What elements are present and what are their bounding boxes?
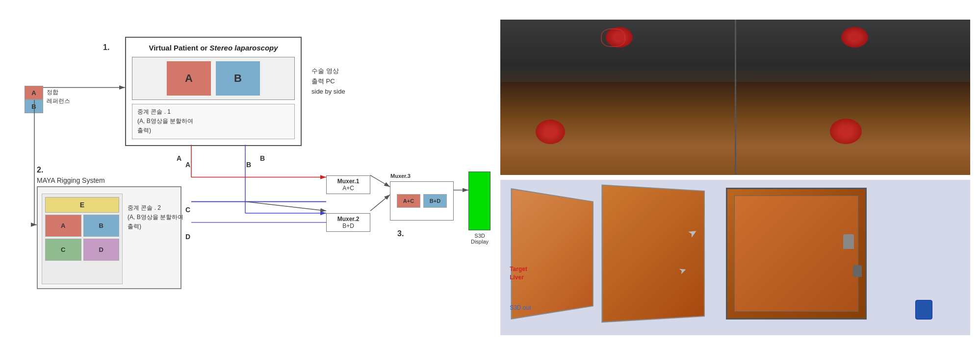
muxer3-box: Muxer.3 A+C B+D [390,181,454,221]
red-blob-floor-right [830,119,862,144]
svg-line-12 [370,195,390,211]
label-b: B [246,161,251,169]
label-d: D [185,233,190,241]
ab-ref-box-b: B [25,99,43,113]
robot-icon-2 [853,265,862,277]
maya-console-desc: (A, B영상을 분할하여출력) [128,214,183,230]
section1-label: 1. [103,43,109,52]
vp-console-box: 중계 콘솔 . 1 (A, B영상을 분할하여출력) [132,104,295,139]
muxer1-box: Muxer.1 A+C [326,175,370,194]
vp-title-or: or [200,44,209,52]
label-a: A [185,161,190,169]
vp-title-plain: Virtual Patient [149,44,198,52]
ab-reference-box: A B 정합레퍼런스 [25,86,43,113]
maya-box-c: C [45,239,81,261]
s3d-display-label: S3DDisplay [469,233,490,245]
maya-system-title: MAYA Rigging System [37,176,105,184]
svg-line-11 [370,175,390,187]
muxer1-title: Muxer.1 [331,178,366,185]
muxer3-row: A+C B+D [397,194,447,208]
top-right-panel [735,20,971,175]
side-by-side-line1: 수술 영상 [311,67,339,74]
muxer3-title: Muxer.3 [390,173,411,179]
top-left-panel [500,20,735,175]
vp-box-a: A [167,61,211,96]
maya-box-d: D [83,239,120,261]
ab-ref-box-a: A [25,86,43,99]
blue-robot-icon [915,300,932,320]
s3d-out-label: S3D out [510,304,531,311]
vp-ab-labels: A B [177,154,284,162]
muxer3-bd: B+D [423,194,447,208]
virtual-patient-title: Virtual Patient or Stereo laparoscopy [132,44,295,52]
target-liver-label: TargetLiver [510,265,527,282]
maya-console-label: 중계 콘솔 . 2 [128,204,161,211]
virtual-patient-box: Virtual Patient or Stereo laparoscopy A … [125,37,302,146]
maya-row-cd: C D [45,239,119,261]
panel-right-inner [734,196,858,312]
section3-label: 3. [397,229,404,238]
maya-box-b: B [83,215,120,237]
muxer1-label: A+C [331,185,366,192]
muxer2-label: B+D [331,222,366,229]
section2-label: 2. [37,166,43,174]
red-blob-center-r [841,27,868,48]
maya-console-text: 중계 콘솔 . 2 (A, B영상을 분할하여출력) [128,203,183,232]
vp-console-desc: (A, B영상을 분할하여출력) [137,118,193,134]
panel-right [726,188,867,320]
images-section: TargetLiver S3D out ➤ ➤ [500,10,970,335]
side-by-side-line3: side by side [311,88,345,95]
maya-inner-box: E A B C D [42,194,123,284]
side-by-side-line2: 출력 PC [311,77,335,85]
diagram-section: 1. A B 정합레퍼런스 Virtual Patient or Stereo … [10,10,490,335]
muxer3-ac: A+C [397,194,420,208]
red-blob-floor-left [536,120,565,144]
ab-reference-label: 정합레퍼런스 [47,88,70,105]
bottom-panels: TargetLiver S3D out ➤ ➤ [500,180,970,335]
muxer2-box: Muxer.2 B+D [326,213,370,232]
vp-inner-box: A B [132,57,295,100]
vp-console-label: 중계 콘솔 . 1 [137,108,171,115]
vp-label-b: B [260,154,265,162]
s3d-display [468,172,490,230]
bottom-3d-image: TargetLiver S3D out ➤ ➤ [500,180,970,335]
vp-label-a: A [177,154,181,162]
robot-icon-1 [843,234,854,249]
vp-box-b: B [216,61,260,96]
label-c: C [185,206,190,214]
vp-title-italic: Stereo laparoscopy [209,44,278,52]
floor-texture [500,82,735,175]
maya-box-e: E [45,197,119,213]
side-by-side-label: 수술 영상 출력 PC side by side [311,66,345,97]
maya-row-ab: A B [45,215,119,237]
panel-middle [601,184,704,322]
svg-line-8 [245,201,326,211]
muxer2-title: Muxer.2 [331,216,366,222]
panel-left [511,188,593,320]
organ-outline [601,28,625,47]
maya-box-a: A [45,215,81,237]
top-surgical-image [500,20,970,175]
